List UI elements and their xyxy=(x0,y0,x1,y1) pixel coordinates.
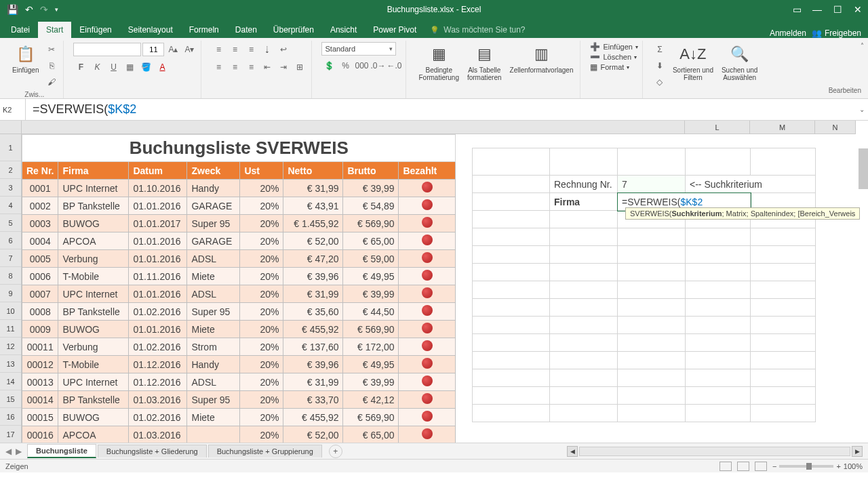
zoom-slider[interactable] xyxy=(779,465,833,468)
share-button[interactable]: 👥 Freigeben xyxy=(812,28,861,38)
spreadsheet-grid[interactable]: 1 2 3 4 5 6 7 8 9 10 11 12 13 14 15 16 1… xyxy=(0,121,868,443)
format-as-table-button[interactable]: ▤Als Tabelle formatieren xyxy=(465,42,505,83)
row-header[interactable]: 5 xyxy=(0,214,21,232)
table-row[interactable]: 00012T-Mobile01.12.2016Handy20%€ 39,96€ … xyxy=(22,356,456,373)
decrease-decimal-icon[interactable]: ←.0 xyxy=(387,58,401,73)
align-right-icon[interactable]: ≡ xyxy=(243,60,258,75)
view-pagebreak-icon[interactable] xyxy=(755,462,767,471)
table-row[interactable]: 0001UPC Internet01.10.2016Handy20%€ 31,9… xyxy=(22,180,456,197)
col-header-l[interactable]: L xyxy=(685,121,750,134)
tab-powerpivot[interactable]: Power Pivot xyxy=(365,22,425,38)
sheet-tab-2[interactable]: Buchungsliste + Gliederung xyxy=(98,445,207,458)
row-header[interactable]: 15 xyxy=(0,390,21,408)
qat-more-icon[interactable]: ▾ xyxy=(55,6,58,13)
table-row[interactable]: 0007UPC Internet01.01.2016ADSL20%€ 31,99… xyxy=(22,285,456,303)
row-header[interactable]: 17 xyxy=(0,426,21,443)
row-header[interactable]: 2 xyxy=(0,161,21,179)
align-center-icon[interactable]: ≡ xyxy=(227,60,242,75)
hscroll-right-icon[interactable]: ▶ xyxy=(852,446,863,457)
font-size-input[interactable] xyxy=(142,43,164,56)
orientation-icon[interactable]: ⭭ xyxy=(260,42,275,57)
table-row[interactable]: 0004APCOA01.01.2016GARAGE20%€ 52,00€ 65,… xyxy=(22,232,456,250)
table-row[interactable]: 00014BP Tankstelle01.03.2016Super 9520%€… xyxy=(22,391,456,409)
row-header[interactable]: 12 xyxy=(0,338,21,355)
close-icon[interactable]: ✕ xyxy=(848,4,868,15)
fill-color-icon[interactable]: 🪣 xyxy=(138,60,153,75)
increase-decimal-icon[interactable]: .0→ xyxy=(370,58,385,73)
redo-icon[interactable]: ↷ xyxy=(40,4,48,15)
align-bottom-icon[interactable]: ≡ xyxy=(243,42,258,57)
row-header[interactable]: 9 xyxy=(0,285,21,302)
cell-styles-button[interactable]: ▥Zellenformatvorlagen xyxy=(507,42,576,75)
table-row[interactable]: 0003BUWOG01.01.2017Super 9520%€ 1.455,92… xyxy=(22,215,456,232)
font-name-input[interactable] xyxy=(73,43,141,56)
row-header[interactable]: 14 xyxy=(0,373,21,390)
row-header[interactable]: 8 xyxy=(0,267,21,285)
zoom-level[interactable]: 100% xyxy=(844,462,863,470)
font-color-icon[interactable]: A xyxy=(155,60,170,75)
view-layout-icon[interactable] xyxy=(737,462,749,471)
sheet-nav-next-icon[interactable]: ▶ xyxy=(16,447,22,456)
main-table[interactable]: Buchungsliste SVERWEIS Re Nr. Firma Datu… xyxy=(22,134,456,443)
fill-icon[interactable]: ⬇ xyxy=(652,58,667,73)
row-header[interactable]: 10 xyxy=(0,302,21,320)
expand-formula-bar-icon[interactable]: ⌄ xyxy=(856,106,868,113)
zoom-in-icon[interactable]: + xyxy=(836,462,840,470)
indent-right-icon[interactable]: ⇥ xyxy=(276,60,291,75)
undo-icon[interactable]: ↶ xyxy=(25,4,33,15)
copy-icon[interactable]: ⎘ xyxy=(44,58,59,73)
row-header[interactable]: 7 xyxy=(0,249,21,267)
sheet-tab-3[interactable]: Buchungsliste + Gruppierung xyxy=(208,445,322,458)
table-row[interactable]: 0005Verbung01.01.2016ADSL20%€ 47,20€ 59,… xyxy=(22,250,456,268)
formula-input[interactable]: =SVERWEIS($K$2 xyxy=(26,102,856,117)
increase-font-icon[interactable]: A▴ xyxy=(165,42,180,57)
underline-icon[interactable]: U xyxy=(106,60,121,75)
horizontal-scrollbar[interactable]: ◀ ▶ xyxy=(567,446,868,457)
tab-data[interactable]: Daten xyxy=(227,22,265,38)
comma-icon[interactable]: 000 xyxy=(354,58,369,73)
collapse-ribbon-icon[interactable]: ˄ xyxy=(861,42,864,49)
conditional-format-button[interactable]: ▦Bedingte Formatierung xyxy=(416,42,461,83)
number-format-select[interactable]: Standard xyxy=(321,42,396,56)
border-icon[interactable]: ▦ xyxy=(122,60,137,75)
row-header[interactable]: 13 xyxy=(0,355,21,373)
italic-icon[interactable]: K xyxy=(90,60,104,75)
tell-me-input[interactable]: Was möchten Sie tun? xyxy=(425,22,530,38)
select-all-corner[interactable] xyxy=(0,121,21,134)
indent-left-icon[interactable]: ⇤ xyxy=(260,60,275,75)
hscroll-left-icon[interactable]: ◀ xyxy=(567,446,578,457)
table-row[interactable]: 0006T-Mobile01.11.2016Miete20%€ 39,96€ 4… xyxy=(22,268,456,285)
decrease-font-icon[interactable]: A▾ xyxy=(182,42,197,57)
tab-formulas[interactable]: Formeln xyxy=(181,22,227,38)
signin-link[interactable]: Anmelden xyxy=(770,28,806,38)
merge-icon[interactable]: ⊞ xyxy=(292,60,307,75)
insert-cells-button[interactable]: ➕Einfügen▾ xyxy=(590,42,637,52)
tab-review[interactable]: Überprüfen xyxy=(265,22,322,38)
percent-icon[interactable]: % xyxy=(338,58,353,73)
find-select-button[interactable]: 🔍Suchen und Auswählen xyxy=(719,42,760,83)
align-left-icon[interactable]: ≡ xyxy=(211,60,226,75)
save-icon[interactable]: 💾 xyxy=(7,4,18,15)
col-header-m[interactable]: M xyxy=(750,121,815,134)
sheet-tab-1[interactable]: Buchungsliste xyxy=(27,444,96,458)
table-row[interactable]: 00013UPC Internet01.12.2016ADSL20%€ 31,9… xyxy=(22,373,456,391)
format-cells-button[interactable]: ▦Format▾ xyxy=(590,62,629,72)
cut-icon[interactable]: ✂ xyxy=(44,42,59,57)
tab-home[interactable]: Start xyxy=(38,22,71,38)
col-header-blank[interactable] xyxy=(22,121,685,134)
table-row[interactable]: 0002BP Tankstelle01.01.2016GARAGE20%€ 43… xyxy=(22,197,456,215)
col-header-n[interactable]: N xyxy=(815,121,856,134)
sort-filter-button[interactable]: A↓ZSortieren und Filtern xyxy=(670,42,716,83)
name-box[interactable]: K2 xyxy=(0,99,26,120)
table-row[interactable]: 00015BUWOG01.02.2016Miete20%€ 455,92€ 56… xyxy=(22,409,456,426)
bold-icon[interactable]: F xyxy=(73,60,88,75)
sheet-nav-prev-icon[interactable]: ◀ xyxy=(5,447,12,456)
tab-layout[interactable]: Seitenlayout xyxy=(120,22,181,38)
table-row[interactable]: 00016APCOA01.03.201620%€ 52,00€ 65,00 xyxy=(22,426,456,443)
minimize-icon[interactable]: — xyxy=(807,4,827,15)
clear-icon[interactable]: ◇ xyxy=(652,75,667,89)
delete-cells-button[interactable]: ➖Löschen▾ xyxy=(590,52,637,62)
table-row[interactable]: 0009BUWOG01.01.2016Miete20%€ 455,92€ 569… xyxy=(22,321,456,338)
align-top-icon[interactable]: ≡ xyxy=(211,42,226,57)
tab-insert[interactable]: Einfügen xyxy=(71,22,119,38)
